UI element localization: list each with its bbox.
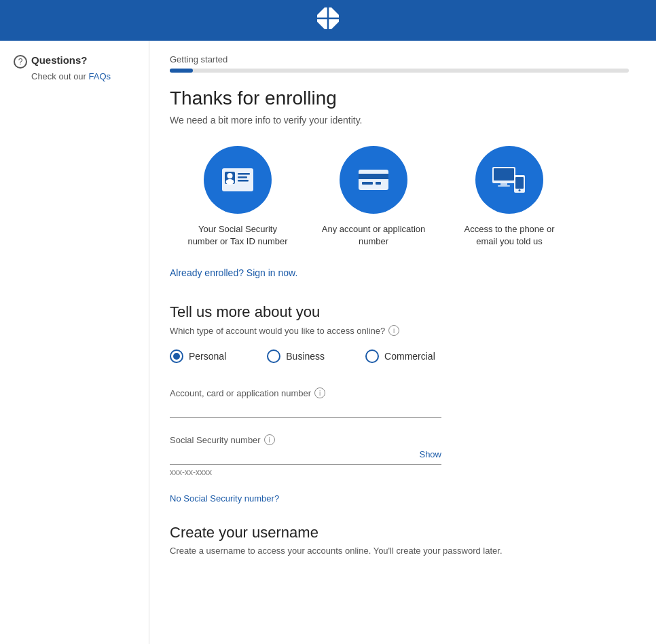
ssn-icon-circle: [204, 146, 272, 214]
svg-rect-19: [515, 177, 524, 189]
create-username-desc: Create a username to access your account…: [170, 546, 629, 556]
account-number-label: Account, card or application number i: [170, 387, 441, 398]
radio-business-label: Business: [286, 351, 325, 362]
svg-rect-17: [498, 185, 510, 187]
page-subtitle: We need a bit more info to verify your i…: [170, 115, 629, 126]
account-number-field: Account, card or application number i: [170, 387, 441, 418]
show-password-button[interactable]: Show: [419, 449, 441, 459]
ssn-item: Your Social Security number or Tax ID nu…: [170, 146, 306, 248]
main-content: Getting started Thanks for enrolling We …: [149, 41, 656, 644]
svg-rect-13: [376, 182, 381, 185]
ssn-label-text: Social Security number: [170, 435, 261, 445]
sidebar: ? Questions? Check out our FAQs: [0, 41, 149, 644]
chase-logo: [316, 6, 340, 35]
create-username-title: Create your username: [170, 524, 629, 542]
ssn-label: Your Social Security number or Tax ID nu…: [183, 223, 292, 248]
question-icon: ?: [14, 55, 27, 69]
icons-row: Your Social Security number or Tax ID nu…: [170, 146, 629, 248]
ssn-input-wrapper: Show: [170, 449, 441, 465]
svg-rect-7: [238, 173, 250, 175]
account-type-radio-group: Personal Business Commercial: [170, 349, 629, 363]
already-enrolled-link[interactable]: Already enrolled? Sign in now.: [170, 267, 297, 278]
main-container: ? Questions? Check out our FAQs Getting …: [0, 41, 656, 644]
svg-rect-12: [362, 182, 373, 185]
radio-commercial-label: Commercial: [384, 351, 435, 362]
ssn-field: Social Security number i Show xxx-xx-xxx…: [170, 434, 441, 477]
svg-rect-11: [359, 174, 388, 179]
sidebar-faqs-prefix: Check out our: [31, 71, 89, 81]
tell-us-title: Tell us more about you: [170, 303, 629, 321]
radio-personal-label: Personal: [189, 351, 226, 362]
progress-bar-fill: [170, 69, 193, 73]
sidebar-questions-label: Questions?: [31, 54, 88, 66]
no-ssn-link[interactable]: No Social Security number?: [170, 493, 629, 504]
already-enrolled: Already enrolled? Sign in now.: [170, 267, 629, 279]
radio-commercial-outer: [365, 349, 379, 363]
ssn-field-label: Social Security number i: [170, 434, 441, 445]
account-icon-circle: [340, 146, 407, 214]
account-number-label-text: Account, card or application number: [170, 388, 311, 398]
phone-label: Access to the phone or email you told us: [455, 223, 564, 248]
svg-rect-10: [359, 170, 388, 190]
header: [0, 0, 656, 41]
radio-personal[interactable]: Personal: [170, 349, 226, 363]
radio-commercial[interactable]: Commercial: [365, 349, 435, 363]
section-desc-text: Which type of account would you like to …: [170, 326, 385, 336]
faqs-link[interactable]: FAQs: [89, 71, 111, 81]
account-info-icon: i: [314, 387, 325, 398]
getting-started-label: Getting started: [170, 54, 629, 64]
radio-personal-inner: [173, 353, 180, 360]
svg-rect-16: [500, 183, 507, 185]
account-label: Any account or application number: [319, 223, 428, 248]
ssn-hint: xxx-xx-xxxx: [170, 468, 441, 477]
radio-personal-outer: [170, 349, 183, 363]
svg-rect-8: [238, 176, 247, 178]
ssn-info-icon: i: [264, 434, 275, 445]
radio-business-outer: [267, 349, 280, 363]
svg-point-20: [519, 189, 521, 191]
account-number-input[interactable]: [170, 403, 441, 414]
sidebar-questions: ? Questions?: [14, 54, 135, 69]
progress-bar: [170, 69, 629, 73]
svg-rect-9: [238, 180, 249, 182]
account-item: Any account or application number: [306, 146, 441, 248]
section-desc: Which type of account would you like to …: [170, 325, 629, 336]
svg-point-5: [227, 173, 233, 178]
ssn-input[interactable]: [170, 450, 441, 461]
svg-rect-15: [494, 168, 514, 181]
phone-item: Access to the phone or email you told us: [441, 146, 577, 248]
sidebar-faqs-line: Check out our FAQs: [14, 71, 135, 81]
page-title: Thanks for enrolling: [170, 88, 629, 109]
radio-business[interactable]: Business: [267, 349, 325, 363]
phone-icon-circle: [475, 146, 543, 214]
svg-point-6: [226, 179, 234, 185]
desc-info-icon: i: [388, 325, 399, 336]
account-input-wrapper: [170, 402, 441, 418]
